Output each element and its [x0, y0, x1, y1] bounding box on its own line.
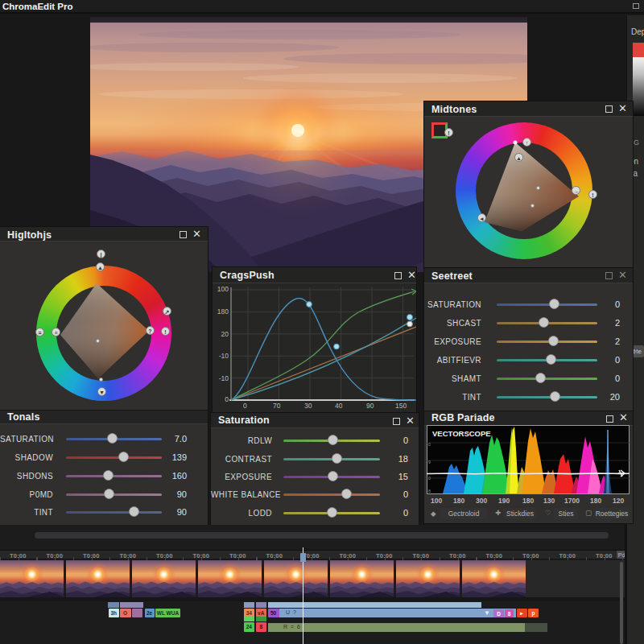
svg-text:9: 9 — [428, 460, 431, 464]
svg-text:0: 0 — [428, 476, 431, 481]
svg-text:0: 0 — [428, 442, 431, 447]
svg-text:8: 8 — [428, 489, 431, 493]
svg-text:VECTORSCOPE: VECTORSCOPE — [432, 429, 491, 438]
